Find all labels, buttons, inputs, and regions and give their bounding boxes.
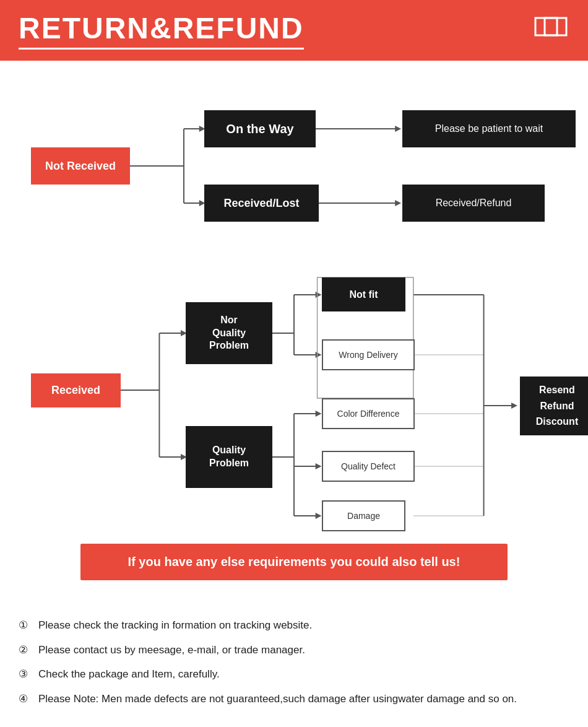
note-num-3: ③ (19, 666, 38, 682)
svg-rect-0 (535, 18, 557, 35)
color-difference-box: Color Difference (322, 398, 415, 429)
note-num-4: ④ (19, 691, 38, 707)
svg-marker-35 (511, 403, 517, 409)
page-title: RETURN&REFUND (19, 11, 304, 50)
note-num-2: ② (19, 642, 38, 658)
note-item-4: ④ Please Note: Men made defects are not … (19, 691, 569, 707)
notes-section: ① Please check the tracking in formation… (0, 611, 588, 727)
not-received-box: Not Received (31, 147, 130, 185)
note-text-2: Please contact us by meesage, e-mail, or… (38, 642, 569, 658)
svg-marker-29 (316, 463, 322, 469)
note-text-3: Check the package and Item, carefully. (38, 666, 569, 682)
not-fit-box: Not fit (322, 277, 405, 311)
logo-icon (532, 15, 569, 46)
svg-marker-23 (316, 352, 322, 358)
section1-flowchart: Not Received On the Way Received/Lost Pl… (19, 79, 569, 240)
header: RETURN&REFUND (0, 0, 588, 61)
received-box: Received (31, 373, 121, 407)
wrong-delivery-box: Wrong Delivery (322, 339, 415, 370)
svg-marker-21 (316, 292, 322, 298)
quality-problem-box: Quality Problem (186, 426, 272, 488)
svg-marker-27 (316, 411, 322, 417)
nor-quality-problem-box: Nor Quality Problem (186, 302, 272, 364)
refund-box: Received/Refund (402, 185, 545, 222)
received-lost-box: Received/Lost (204, 185, 319, 222)
svg-marker-9 (395, 126, 401, 132)
note-num-1: ① (19, 617, 38, 633)
svg-rect-1 (545, 18, 566, 35)
note-text-1: Please check the tracking in formation o… (38, 617, 569, 633)
svg-marker-31 (316, 513, 322, 519)
note-text-4: Please Note: Men made defects are not gu… (38, 691, 569, 707)
section2-flowchart: Received Nor Quality Problem Quality Pro… (19, 253, 569, 531)
on-the-way-box: On the Way (204, 110, 316, 147)
note-item-1: ① Please check the tracking in formation… (19, 617, 569, 633)
patient-box: Please be patient to wait (402, 110, 576, 147)
note-item-2: ② Please contact us by meesage, e-mail, … (19, 642, 569, 658)
svg-marker-11 (395, 200, 401, 206)
resend-refund-box: Resend Refund Discount (520, 377, 588, 435)
bottom-banner: If you have any else requirements you co… (80, 544, 508, 580)
quality-defect-box: Quality Defect (322, 451, 415, 482)
damage-box: Damage (322, 500, 405, 531)
note-item-3: ③ Check the package and Item, carefully. (19, 666, 569, 682)
main-content: Not Received On the Way Received/Lost Pl… (0, 61, 588, 611)
